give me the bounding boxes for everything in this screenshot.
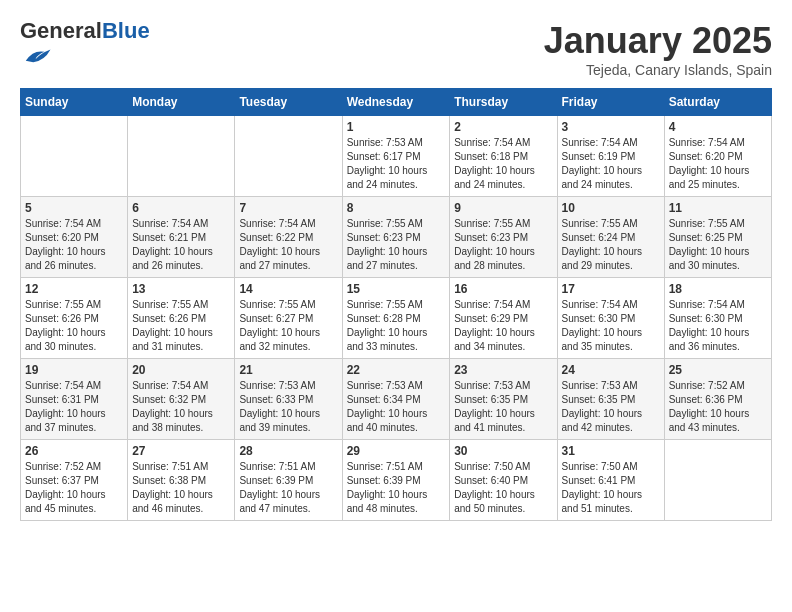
day-info: Sunrise: 7:50 AM Sunset: 6:41 PM Dayligh… — [562, 460, 660, 516]
day-info: Sunrise: 7:51 AM Sunset: 6:38 PM Dayligh… — [132, 460, 230, 516]
day-number: 5 — [25, 201, 123, 215]
weekday-header-friday: Friday — [557, 89, 664, 116]
day-info: Sunrise: 7:55 AM Sunset: 6:23 PM Dayligh… — [454, 217, 552, 273]
calendar-cell: 15Sunrise: 7:55 AM Sunset: 6:28 PM Dayli… — [342, 278, 450, 359]
calendar-cell: 17Sunrise: 7:54 AM Sunset: 6:30 PM Dayli… — [557, 278, 664, 359]
calendar-cell — [128, 116, 235, 197]
day-info: Sunrise: 7:55 AM Sunset: 6:24 PM Dayligh… — [562, 217, 660, 273]
day-number: 8 — [347, 201, 446, 215]
day-number: 30 — [454, 444, 552, 458]
calendar-cell: 25Sunrise: 7:52 AM Sunset: 6:36 PM Dayli… — [664, 359, 771, 440]
calendar-cell: 5Sunrise: 7:54 AM Sunset: 6:20 PM Daylig… — [21, 197, 128, 278]
calendar-cell: 6Sunrise: 7:54 AM Sunset: 6:21 PM Daylig… — [128, 197, 235, 278]
weekday-header-row: SundayMondayTuesdayWednesdayThursdayFrid… — [21, 89, 772, 116]
calendar-cell: 16Sunrise: 7:54 AM Sunset: 6:29 PM Dayli… — [450, 278, 557, 359]
day-info: Sunrise: 7:51 AM Sunset: 6:39 PM Dayligh… — [347, 460, 446, 516]
calendar-cell: 11Sunrise: 7:55 AM Sunset: 6:25 PM Dayli… — [664, 197, 771, 278]
day-number: 2 — [454, 120, 552, 134]
day-info: Sunrise: 7:55 AM Sunset: 6:26 PM Dayligh… — [132, 298, 230, 354]
calendar-cell: 30Sunrise: 7:50 AM Sunset: 6:40 PM Dayli… — [450, 440, 557, 521]
day-number: 27 — [132, 444, 230, 458]
day-number: 12 — [25, 282, 123, 296]
calendar-week-row: 26Sunrise: 7:52 AM Sunset: 6:37 PM Dayli… — [21, 440, 772, 521]
day-info: Sunrise: 7:55 AM Sunset: 6:23 PM Dayligh… — [347, 217, 446, 273]
day-number: 22 — [347, 363, 446, 377]
day-info: Sunrise: 7:54 AM Sunset: 6:29 PM Dayligh… — [454, 298, 552, 354]
calendar-cell: 19Sunrise: 7:54 AM Sunset: 6:31 PM Dayli… — [21, 359, 128, 440]
day-info: Sunrise: 7:53 AM Sunset: 6:34 PM Dayligh… — [347, 379, 446, 435]
calendar-cell — [21, 116, 128, 197]
day-number: 24 — [562, 363, 660, 377]
day-number: 11 — [669, 201, 767, 215]
month-title: January 2025 — [544, 20, 772, 62]
day-info: Sunrise: 7:54 AM Sunset: 6:22 PM Dayligh… — [239, 217, 337, 273]
day-number: 25 — [669, 363, 767, 377]
weekday-header-wednesday: Wednesday — [342, 89, 450, 116]
day-number: 16 — [454, 282, 552, 296]
day-info: Sunrise: 7:55 AM Sunset: 6:27 PM Dayligh… — [239, 298, 337, 354]
day-number: 4 — [669, 120, 767, 134]
day-info: Sunrise: 7:53 AM Sunset: 6:33 PM Dayligh… — [239, 379, 337, 435]
day-number: 6 — [132, 201, 230, 215]
calendar-cell: 20Sunrise: 7:54 AM Sunset: 6:32 PM Dayli… — [128, 359, 235, 440]
logo-blue-text: Blue — [102, 18, 150, 43]
day-number: 17 — [562, 282, 660, 296]
calendar-cell: 14Sunrise: 7:55 AM Sunset: 6:27 PM Dayli… — [235, 278, 342, 359]
calendar-body: 1Sunrise: 7:53 AM Sunset: 6:17 PM Daylig… — [21, 116, 772, 521]
day-info: Sunrise: 7:54 AM Sunset: 6:30 PM Dayligh… — [562, 298, 660, 354]
calendar-cell: 28Sunrise: 7:51 AM Sunset: 6:39 PM Dayli… — [235, 440, 342, 521]
calendar-cell: 23Sunrise: 7:53 AM Sunset: 6:35 PM Dayli… — [450, 359, 557, 440]
logo: GeneralBlue — [20, 20, 150, 76]
day-info: Sunrise: 7:54 AM Sunset: 6:20 PM Dayligh… — [669, 136, 767, 192]
day-info: Sunrise: 7:54 AM Sunset: 6:21 PM Dayligh… — [132, 217, 230, 273]
calendar-cell: 27Sunrise: 7:51 AM Sunset: 6:38 PM Dayli… — [128, 440, 235, 521]
day-number: 1 — [347, 120, 446, 134]
calendar-cell: 1Sunrise: 7:53 AM Sunset: 6:17 PM Daylig… — [342, 116, 450, 197]
day-info: Sunrise: 7:52 AM Sunset: 6:36 PM Dayligh… — [669, 379, 767, 435]
day-info: Sunrise: 7:55 AM Sunset: 6:25 PM Dayligh… — [669, 217, 767, 273]
day-info: Sunrise: 7:54 AM Sunset: 6:31 PM Dayligh… — [25, 379, 123, 435]
calendar-cell: 26Sunrise: 7:52 AM Sunset: 6:37 PM Dayli… — [21, 440, 128, 521]
weekday-header-monday: Monday — [128, 89, 235, 116]
day-info: Sunrise: 7:53 AM Sunset: 6:17 PM Dayligh… — [347, 136, 446, 192]
page-header: GeneralBlue January 2025 Tejeda, Canary … — [20, 20, 772, 78]
day-info: Sunrise: 7:54 AM Sunset: 6:32 PM Dayligh… — [132, 379, 230, 435]
calendar-table: SundayMondayTuesdayWednesdayThursdayFrid… — [20, 88, 772, 521]
calendar-week-row: 12Sunrise: 7:55 AM Sunset: 6:26 PM Dayli… — [21, 278, 772, 359]
location-subtitle: Tejeda, Canary Islands, Spain — [544, 62, 772, 78]
calendar-week-row: 19Sunrise: 7:54 AM Sunset: 6:31 PM Dayli… — [21, 359, 772, 440]
calendar-cell: 8Sunrise: 7:55 AM Sunset: 6:23 PM Daylig… — [342, 197, 450, 278]
calendar-cell: 22Sunrise: 7:53 AM Sunset: 6:34 PM Dayli… — [342, 359, 450, 440]
calendar-cell: 29Sunrise: 7:51 AM Sunset: 6:39 PM Dayli… — [342, 440, 450, 521]
day-number: 29 — [347, 444, 446, 458]
day-number: 23 — [454, 363, 552, 377]
title-section: January 2025 Tejeda, Canary Islands, Spa… — [544, 20, 772, 78]
day-number: 7 — [239, 201, 337, 215]
calendar-cell: 7Sunrise: 7:54 AM Sunset: 6:22 PM Daylig… — [235, 197, 342, 278]
day-number: 31 — [562, 444, 660, 458]
calendar-cell: 9Sunrise: 7:55 AM Sunset: 6:23 PM Daylig… — [450, 197, 557, 278]
day-number: 21 — [239, 363, 337, 377]
calendar-week-row: 5Sunrise: 7:54 AM Sunset: 6:20 PM Daylig… — [21, 197, 772, 278]
calendar-cell: 10Sunrise: 7:55 AM Sunset: 6:24 PM Dayli… — [557, 197, 664, 278]
calendar-cell: 12Sunrise: 7:55 AM Sunset: 6:26 PM Dayli… — [21, 278, 128, 359]
weekday-header-sunday: Sunday — [21, 89, 128, 116]
day-info: Sunrise: 7:54 AM Sunset: 6:19 PM Dayligh… — [562, 136, 660, 192]
day-info: Sunrise: 7:54 AM Sunset: 6:18 PM Dayligh… — [454, 136, 552, 192]
day-number: 26 — [25, 444, 123, 458]
day-number: 3 — [562, 120, 660, 134]
calendar-cell: 18Sunrise: 7:54 AM Sunset: 6:30 PM Dayli… — [664, 278, 771, 359]
calendar-cell: 24Sunrise: 7:53 AM Sunset: 6:35 PM Dayli… — [557, 359, 664, 440]
day-number: 15 — [347, 282, 446, 296]
calendar-cell: 13Sunrise: 7:55 AM Sunset: 6:26 PM Dayli… — [128, 278, 235, 359]
calendar-cell — [664, 440, 771, 521]
calendar-cell: 3Sunrise: 7:54 AM Sunset: 6:19 PM Daylig… — [557, 116, 664, 197]
day-number: 9 — [454, 201, 552, 215]
day-number: 19 — [25, 363, 123, 377]
day-info: Sunrise: 7:55 AM Sunset: 6:28 PM Dayligh… — [347, 298, 446, 354]
day-number: 28 — [239, 444, 337, 458]
day-number: 14 — [239, 282, 337, 296]
calendar-week-row: 1Sunrise: 7:53 AM Sunset: 6:17 PM Daylig… — [21, 116, 772, 197]
day-number: 18 — [669, 282, 767, 296]
calendar-cell: 31Sunrise: 7:50 AM Sunset: 6:41 PM Dayli… — [557, 440, 664, 521]
